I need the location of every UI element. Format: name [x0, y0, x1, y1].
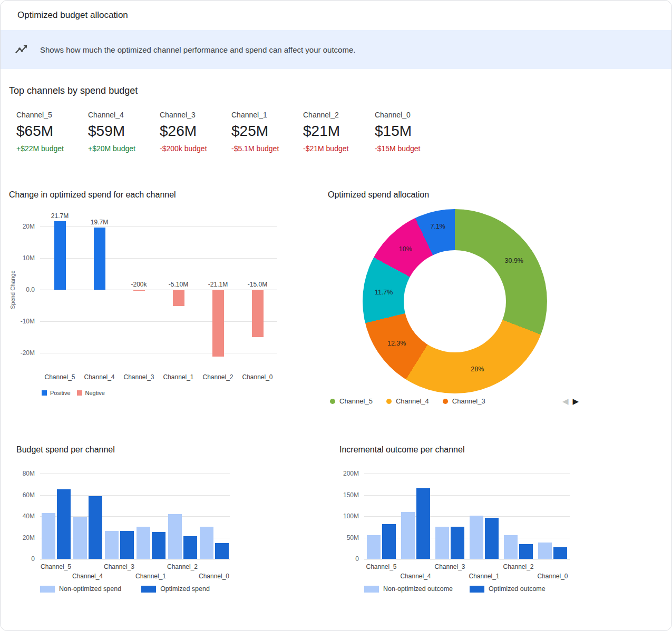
gridline: [40, 258, 277, 259]
donut-hole: [404, 250, 506, 352]
x-axis-label: Channel_0: [242, 373, 272, 381]
legend-swatch: [470, 586, 484, 593]
y-tick-label: 10M: [23, 254, 40, 262]
grouped-bar: [42, 513, 55, 559]
channel-card: Channel_3$26M-$200k budget: [160, 111, 231, 153]
grouped-bar: [519, 544, 533, 559]
legend-dot: [330, 399, 335, 404]
grouped-bar: [401, 512, 415, 559]
x-axis-label: Channel_5: [41, 563, 71, 570]
channel-spend-value: $21M: [303, 123, 375, 140]
channel-name: Channel_0: [375, 111, 446, 119]
info-banner: Shows how much the optimized channel per…: [1, 30, 671, 69]
legend-label: Channel_3: [452, 397, 485, 405]
grouped-bar: [504, 535, 518, 559]
channel-name: Channel_1: [231, 111, 303, 119]
x-axis-label: Channel_4: [84, 373, 114, 381]
channel-spend-value: $65M: [16, 123, 88, 140]
channel-name: Channel_3: [160, 111, 231, 119]
page-title: Optimized budget allocation: [17, 10, 128, 21]
outcome-plot: 050M100M150M200MChannel_5Channel_4Channe…: [364, 474, 570, 559]
optimization-report-page: Optimized budget allocation Shows how mu…: [0, 0, 672, 631]
grouped-bar: [57, 489, 71, 559]
legend-item: Channel_3: [443, 397, 485, 405]
donut-chart: 30.9%28%12.3%11.7%10%7.1%: [363, 209, 547, 393]
next-arrow-icon[interactable]: ▶: [573, 397, 579, 406]
bar-value-label: -5.10M: [169, 281, 188, 288]
legend-label: Positive: [50, 390, 71, 396]
x-axis-label: Channel_0: [199, 573, 229, 580]
grouped-bar: [168, 514, 182, 559]
x-axis-label: Channel_3: [123, 373, 154, 381]
channel-spend-value: $25M: [231, 123, 303, 140]
x-axis-label: Channel_3: [104, 563, 134, 570]
y-tick-label: 200M: [343, 470, 364, 477]
x-axis-label: Channel_3: [434, 563, 465, 570]
top-channels-cards: Channel_5$65M+$22M budgetChannel_4$59M+$…: [16, 111, 446, 153]
legend-item: Negtive: [77, 390, 105, 396]
spend-change-bar: [252, 290, 264, 337]
spend-change-legend: PositiveNegtive: [42, 390, 105, 396]
grouped-bar: [485, 518, 499, 559]
y-tick-label: -20M: [21, 349, 40, 357]
bar-value-label: -15.0M: [248, 281, 267, 288]
budget-plot: 020M40M60M80MChannel_5Channel_4Channel_3…: [40, 474, 230, 559]
grouped-bar: [215, 543, 229, 559]
spend-change-chart-title: Change in optimized spend for each chann…: [9, 190, 176, 200]
x-axis-label: Channel_1: [135, 573, 166, 580]
channel-budget-delta: -$15M budget: [375, 144, 446, 153]
spend-change-bar: [212, 290, 224, 357]
trending-up-icon: [14, 43, 28, 57]
y-tick-label: 100M: [343, 512, 364, 520]
x-axis-label: Channel_5: [366, 563, 396, 570]
x-axis-label: Channel_1: [163, 373, 193, 381]
channel-budget-delta: -$21M budget: [303, 144, 375, 153]
grouped-bar: [451, 527, 464, 559]
donut-pager: ◀ ▶: [562, 397, 579, 406]
grouped-bar: [89, 496, 102, 559]
gridline: [364, 495, 570, 496]
outcome-chart-title: Incremental outcome per channel: [339, 445, 464, 455]
gridline: [40, 474, 230, 474]
legend-swatch: [42, 390, 47, 396]
grouped-bar: [416, 488, 430, 559]
top-channels-heading: Top channels by spend budget: [9, 85, 138, 96]
y-tick-label: 0: [355, 555, 364, 563]
channel-card: Channel_4$59M+$20M budget: [88, 111, 160, 153]
channel-spend-value: $26M: [160, 123, 231, 140]
channel-name: Channel_5: [16, 111, 88, 119]
channel-budget-delta: -$5.1M budget: [231, 144, 303, 153]
grouped-bar: [367, 535, 381, 559]
channel-card: Channel_1$25M-$5.1M budget: [231, 111, 303, 153]
x-axis-label: Channel_5: [44, 373, 75, 381]
banner-text: Shows how much the optimized channel per…: [40, 45, 355, 54]
grouped-bar: [120, 531, 134, 559]
gridline: [364, 559, 570, 559]
gridline: [40, 559, 230, 559]
previous-arrow-icon[interactable]: ◀: [562, 397, 569, 406]
y-tick-label: 20M: [23, 534, 40, 541]
grouped-bar: [538, 543, 552, 559]
legend-dot: [386, 399, 392, 404]
x-axis-label: Channel_4: [72, 573, 103, 580]
y-tick-label: 0.0: [26, 286, 40, 293]
bar-value-label: 21.7M: [51, 212, 69, 220]
bar-value-label: -21.1M: [208, 281, 228, 288]
legend-swatch: [40, 586, 55, 593]
legend-swatch: [77, 390, 82, 396]
y-axis-title-text: Spend Change: [9, 270, 16, 309]
spend-change-y-axis-title: Spend Change: [8, 211, 17, 369]
channel-name: Channel_4: [88, 111, 160, 119]
gridline: [40, 321, 277, 322]
grouped-bar: [200, 527, 213, 559]
grouped-bar: [105, 531, 119, 559]
legend-swatch: [141, 586, 156, 593]
legend-item: Non-optimized outcome: [364, 585, 453, 593]
channel-budget-delta: +$20M budget: [88, 144, 160, 153]
channel-spend-value: $15M: [375, 123, 446, 140]
spend-change-bar: [54, 221, 66, 290]
grouped-bar: [183, 536, 197, 559]
gridline: [40, 290, 277, 290]
legend-label: Channel_5: [339, 397, 373, 405]
allocation-chart-title: Optimized spend allocation: [328, 190, 429, 200]
